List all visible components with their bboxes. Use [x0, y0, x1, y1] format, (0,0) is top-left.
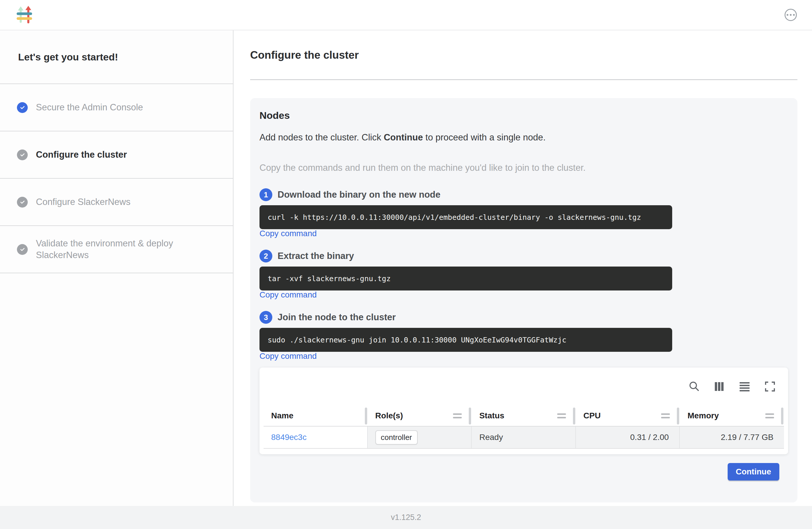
column-separator[interactable] [573, 408, 575, 425]
step-2-title: Extract the binary [278, 251, 354, 261]
version-label: v1.125.2 [391, 513, 421, 522]
column-header-name[interactable]: Name [264, 405, 368, 426]
column-separator[interactable] [677, 408, 679, 425]
step-3-copy-command-link[interactable]: Copy command [260, 352, 317, 360]
node-roles-cell: controller [368, 427, 472, 448]
sidebar-item-secure-admin-console[interactable]: Secure the Admin Console [0, 84, 233, 131]
column-drag-handle-icon[interactable] [765, 413, 774, 418]
copy-commands-hint: Copy the commands and run them on the ma… [260, 162, 788, 173]
step-1-number-badge: 1 [260, 188, 272, 201]
column-drag-handle-icon[interactable] [453, 413, 462, 418]
setup-steps-sidebar: Let's get you started! Secure the Admin … [0, 30, 233, 506]
column-separator[interactable] [781, 408, 783, 425]
page-title: Configure the cluster [250, 49, 797, 61]
nodes-table-toolbar [264, 368, 784, 405]
nodes-section-title: Nodes [260, 110, 788, 121]
sidebar-heading: Let's get you started! [0, 30, 233, 84]
sidebar-item-label: Configure the cluster [36, 149, 127, 160]
column-header-cpu[interactable]: CPU [576, 405, 680, 426]
sidebar-item-configure-slackernews[interactable]: Configure SlackerNews [0, 179, 233, 226]
sidebar-item-validate-deploy[interactable]: Validate the environment & deploy Slacke… [0, 226, 233, 273]
column-header-status[interactable]: Status [472, 405, 576, 426]
column-header-roles[interactable]: Role(s) [368, 405, 472, 426]
sidebar-item-configure-cluster[interactable]: Configure the cluster [0, 131, 233, 179]
step-1-title: Download the binary on the new node [278, 189, 440, 200]
step-complete-check-icon [17, 102, 28, 113]
node-name-cell: 8849ec3c [264, 427, 368, 448]
table-row: 8849ec3c controller Ready 0.31 / 2.00 2.… [264, 427, 784, 449]
column-drag-handle-icon[interactable] [557, 413, 566, 418]
nodes-card: Nodes Add nodes to the cluster. Click Co… [250, 98, 797, 502]
nodes-table-header-row: Name Role(s) Status CPU [264, 405, 784, 427]
node-cpu-cell: 0.31 / 2.00 [576, 427, 680, 448]
step-3-command-code: sudo ./slackernews-gnu join 10.0.0.11:30… [260, 328, 672, 352]
step-2-header: 2 Extract the binary [260, 249, 788, 262]
node-status-cell: Ready [472, 427, 576, 448]
app-footer: v1.125.2 [0, 506, 812, 529]
column-separator[interactable] [469, 408, 471, 425]
nodes-table-card: Name Role(s) Status CPU [260, 368, 788, 454]
node-name-link[interactable]: 8849ec3c [271, 433, 306, 442]
role-badge: controller [375, 430, 418, 445]
step-1-command-code: curl -k https://10.0.0.11:30000/api/v1/e… [260, 205, 672, 229]
step-3-number-badge: 3 [260, 311, 272, 324]
column-separator[interactable] [365, 408, 367, 425]
step-2-copy-command-link[interactable]: Copy command [260, 290, 317, 299]
fullscreen-icon[interactable] [764, 381, 776, 392]
title-divider [250, 80, 797, 80]
step-pending-check-icon [17, 149, 28, 160]
show-columns-icon[interactable] [713, 381, 725, 392]
app-header [0, 0, 812, 30]
step-1-header: 1 Download the binary on the new node [260, 188, 788, 201]
column-header-memory[interactable]: Memory [680, 405, 784, 426]
step-pending-check-icon [17, 197, 28, 208]
ellipsis-icon [787, 14, 788, 16]
density-icon[interactable] [738, 381, 751, 392]
nodes-intro-text: Add nodes to the cluster. Click Continue… [260, 132, 788, 143]
step-3-title: Join the node to the cluster [278, 312, 396, 323]
slackernews-logo-icon [17, 6, 33, 24]
search-icon[interactable] [688, 381, 700, 392]
more-menu-button[interactable] [785, 9, 797, 21]
step-3-header: 3 Join the node to the cluster [260, 311, 788, 324]
node-memory-cell: 2.19 / 7.77 GB [680, 427, 784, 448]
step-2-command-code: tar -xvf slackernews-gnu.tgz [260, 267, 672, 290]
column-drag-handle-icon[interactable] [661, 413, 670, 418]
step-2-number-badge: 2 [260, 249, 272, 262]
sidebar-item-label: Secure the Admin Console [36, 102, 143, 113]
continue-button[interactable]: Continue [728, 463, 779, 481]
step-1-copy-command-link[interactable]: Copy command [260, 229, 317, 238]
sidebar-item-label: Configure SlackerNews [36, 196, 130, 208]
sidebar-item-label: Validate the environment & deploy Slacke… [36, 238, 198, 261]
step-pending-check-icon [17, 244, 28, 255]
main-content: Configure the cluster Nodes Add nodes to… [233, 30, 812, 506]
